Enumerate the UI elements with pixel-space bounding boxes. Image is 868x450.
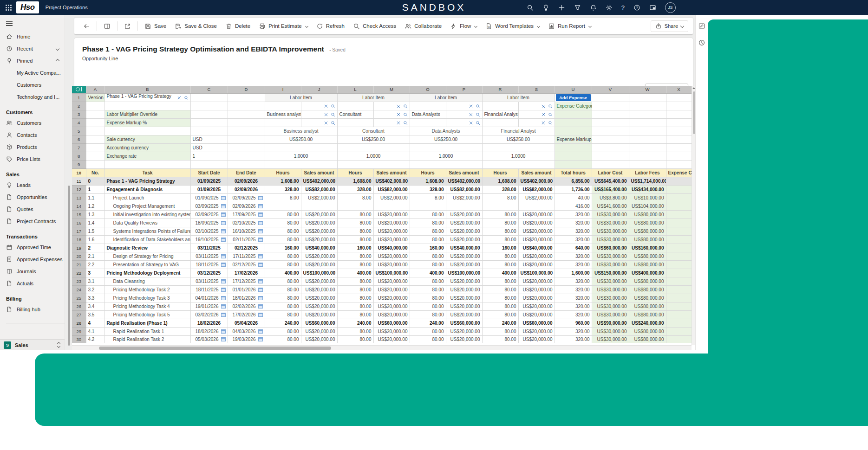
cell[interactable]: 18/02/2026: [190, 319, 228, 327]
column-header-C[interactable]: C: [190, 86, 228, 93]
cell[interactable]: 240.00: [265, 319, 301, 327]
cell[interactable]: [666, 118, 692, 127]
cell[interactable]: 240.00: [482, 319, 518, 327]
cell[interactable]: [555, 160, 592, 168]
cell[interactable]: [104, 102, 190, 110]
row-header-13[interactable]: 13: [72, 193, 86, 202]
cell[interactable]: US$100,000.00: [518, 269, 555, 277]
column-header-R[interactable]: R: [482, 86, 518, 93]
cell[interactable]: US$30,000.00: [592, 285, 629, 294]
cell[interactable]: 80.00: [482, 260, 518, 269]
calendar-icon[interactable]: [221, 313, 226, 317]
calendar-icon[interactable]: [258, 254, 263, 258]
cell[interactable]: 80.00: [337, 219, 373, 227]
cell[interactable]: 328.00: [410, 185, 446, 193]
cell[interactable]: US$20,000.00: [301, 294, 337, 302]
cell[interactable]: US$30,000.00: [592, 235, 629, 244]
cell[interactable]: Hours: [265, 168, 301, 177]
row-header-23[interactable]: 23: [72, 277, 86, 285]
cell[interactable]: 1,736.00: [555, 185, 592, 193]
cell[interactable]: US$402,000.00: [301, 177, 337, 185]
sidebar-item-products[interactable]: Products: [0, 141, 65, 153]
cell[interactable]: US$250.00: [337, 135, 410, 143]
cell[interactable]: 17/12/2025: [228, 277, 265, 285]
print-estimate-button[interactable]: Print Estimate: [255, 20, 312, 32]
row-header-6[interactable]: 6: [72, 135, 86, 143]
cell[interactable]: US$100,000.00: [373, 269, 410, 277]
lookup-search-icon[interactable]: [476, 120, 480, 125]
cell[interactable]: [482, 160, 555, 168]
cell[interactable]: 400.00: [265, 269, 301, 277]
cell[interactable]: US$20,000.00: [373, 227, 410, 235]
cell[interactable]: 80.00: [337, 210, 373, 219]
cell[interactable]: [666, 160, 692, 168]
cell[interactable]: 80.00: [410, 285, 446, 294]
side-pane-button[interactable]: [99, 20, 115, 32]
calendar-icon[interactable]: [258, 196, 263, 200]
cell[interactable]: US$20,000.00: [446, 235, 482, 244]
cell[interactable]: 80.00: [337, 335, 373, 343]
cell[interactable]: US$250.00: [410, 135, 482, 143]
cell[interactable]: 80.00: [410, 219, 446, 227]
sidebar-item-quotes[interactable]: Quotes: [0, 203, 65, 215]
cell[interactable]: 80.00: [265, 285, 301, 294]
row-header-2[interactable]: 2: [72, 102, 86, 110]
cell[interactable]: 80.00: [265, 327, 301, 335]
clear-lookup-icon[interactable]: [469, 120, 473, 125]
cell[interactable]: US$20,000.00: [301, 310, 337, 319]
cell[interactable]: 80.00: [265, 310, 301, 319]
cell[interactable]: [265, 118, 301, 127]
cell[interactable]: Consultant: [337, 110, 373, 118]
clear-lookup-icon[interactable]: [469, 111, 473, 116]
clear-lookup-icon[interactable]: [396, 103, 401, 108]
cell[interactable]: [592, 135, 629, 143]
cell[interactable]: Consultant: [337, 127, 410, 135]
app-launcher-icon[interactable]: [6, 5, 12, 11]
cell[interactable]: Labor Item: [337, 93, 410, 102]
cell[interactable]: [86, 127, 104, 135]
cell[interactable]: 18/11/2025: [190, 285, 228, 294]
cell[interactable]: [592, 152, 629, 160]
cell[interactable]: 19/03/2026: [228, 335, 265, 343]
cell[interactable]: US$30,000.00: [592, 219, 629, 227]
cell[interactable]: 02/12/2025: [228, 244, 265, 252]
cell[interactable]: [104, 160, 190, 168]
cell[interactable]: US$150,000.00: [592, 269, 629, 277]
collaborate-button[interactable]: Collaborate: [400, 20, 446, 32]
cell[interactable]: 80.00: [265, 294, 301, 302]
cell[interactable]: US$82,000.00: [301, 185, 337, 193]
cell[interactable]: [555, 143, 592, 152]
cell[interactable]: Exchange rate: [104, 152, 190, 160]
cell[interactable]: US$30,000.00: [592, 302, 629, 310]
lookup-search-icon[interactable]: [548, 103, 553, 108]
calendar-icon[interactable]: [221, 296, 226, 300]
clear-lookup-icon[interactable]: [396, 111, 401, 116]
cell[interactable]: [337, 202, 373, 210]
sidebar-item-opportunities[interactable]: Opportunities: [0, 191, 65, 203]
cell[interactable]: US$20,000.00: [518, 294, 555, 302]
cell[interactable]: 05/03/2026: [190, 335, 228, 343]
cell[interactable]: 18/02/2026: [190, 327, 228, 335]
cell[interactable]: 17/09/2025: [228, 210, 265, 219]
calendar-icon[interactable]: [221, 212, 226, 217]
cell[interactable]: [592, 118, 629, 127]
cell[interactable]: 03/12/2025: [190, 269, 228, 277]
cell[interactable]: [666, 235, 692, 244]
cell[interactable]: US$20,000.00: [446, 252, 482, 260]
cell[interactable]: 04/03/2026: [228, 327, 265, 335]
cell[interactable]: 1.6: [86, 235, 104, 244]
cell[interactable]: US$20,000.00: [301, 235, 337, 244]
cell[interactable]: [482, 118, 518, 127]
cell[interactable]: 320.00: [555, 302, 592, 310]
cell[interactable]: Data Cleansing: [104, 277, 190, 285]
column-header-W[interactable]: W: [629, 86, 666, 93]
cell[interactable]: US$60,000.00: [518, 319, 555, 327]
cell[interactable]: [228, 160, 265, 168]
cell[interactable]: US$20,000.00: [301, 227, 337, 235]
lookup-search-icon[interactable]: [476, 103, 480, 108]
cell[interactable]: [629, 152, 666, 160]
clear-lookup-icon[interactable]: [469, 103, 473, 108]
cell[interactable]: 17/02/2026: [228, 310, 265, 319]
cell[interactable]: US$20,000.00: [446, 294, 482, 302]
row-header-5[interactable]: 5: [72, 127, 86, 135]
